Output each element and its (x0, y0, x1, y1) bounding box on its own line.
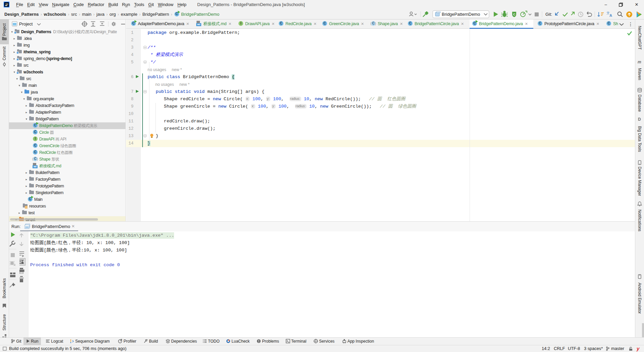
svg-text:Git:: Git: (545, 12, 552, 17)
svg-text:A: A (609, 13, 612, 17)
svg-text:Project: Project (19, 21, 33, 26)
svg-text:C: C (513, 13, 516, 16)
svg-text:BridgePatternDemo: BridgePatternDemo (442, 12, 480, 17)
